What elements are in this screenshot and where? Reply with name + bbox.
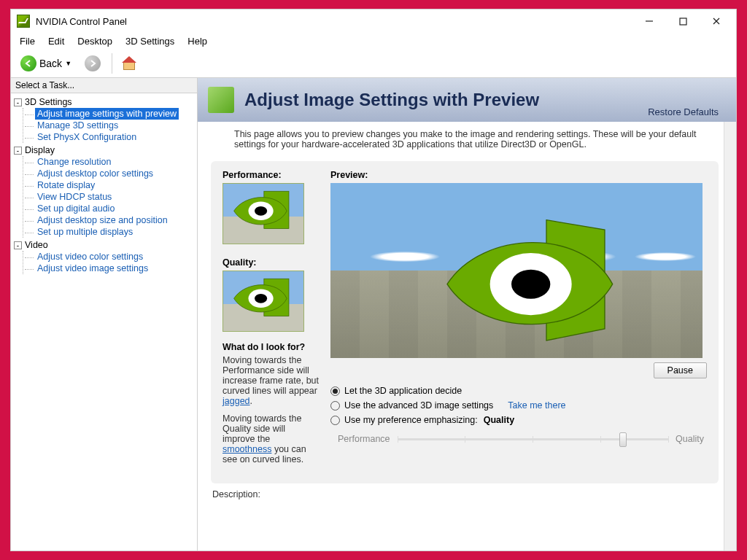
tree-item[interactable]: Adjust video image settings: [35, 262, 150, 274]
slider-track[interactable]: [398, 438, 669, 440]
toolbar: Back ▼: [11, 49, 736, 78]
tree-item[interactable]: Set up multiple displays: [35, 226, 135, 238]
quality-label: Quality:: [222, 257, 319, 268]
window-frame: NVIDIA Control Panel File Edit Desktop 3…: [10, 9, 737, 551]
option-app-decide[interactable]: Let the 3D application decide: [330, 386, 707, 396]
whatfor-heading: What do I look for?: [222, 342, 319, 352]
tree-item[interactable]: Adjust image settings with preview: [35, 108, 179, 120]
forward-arrow-icon: [85, 55, 101, 71]
menu-edit[interactable]: Edit: [42, 34, 70, 48]
menu-3d-settings[interactable]: 3D Settings: [120, 34, 180, 48]
task-tree: -3D SettingsAdjust image settings with p…: [11, 93, 197, 279]
svg-point-9: [255, 294, 267, 303]
home-button[interactable]: [118, 54, 142, 73]
sidebar: Select a Task... -3D SettingsAdjust imag…: [11, 78, 198, 551]
main-panel: Adjust Image Settings with Preview Resto…: [198, 78, 736, 551]
tree-item[interactable]: Adjust video color settings: [35, 251, 145, 262]
restore-defaults-link[interactable]: Restore Defaults: [648, 106, 719, 117]
menu-desktop[interactable]: Desktop: [71, 34, 118, 48]
take-me-there-link[interactable]: Take me there: [508, 400, 565, 411]
close-button[interactable]: [700, 11, 733, 31]
menubar: File Edit Desktop 3D Settings Help: [11, 33, 736, 49]
tree-category[interactable]: Video: [25, 240, 48, 250]
maximize-button[interactable]: [666, 11, 700, 31]
svg-point-12: [511, 270, 550, 299]
slider-left-label: Performance: [338, 434, 390, 444]
radio-icon: [330, 401, 340, 411]
page-header-icon: [208, 87, 234, 113]
slider-right-label: Quality: [676, 434, 704, 444]
tree-category[interactable]: 3D Settings: [25, 97, 72, 107]
tree-item[interactable]: Set up digital audio: [35, 203, 117, 214]
right-column: Preview: Pause: [330, 168, 707, 472]
tree-item[interactable]: Adjust desktop size and position: [35, 214, 170, 226]
preference-slider[interactable]: Performance Quality: [338, 434, 704, 444]
radio-icon: [330, 416, 340, 425]
scrollbar[interactable]: [724, 78, 736, 551]
sidebar-title: Select a Task...: [11, 78, 197, 93]
tree-item[interactable]: View HDCP status: [35, 191, 114, 203]
page-title: Adjust Image Settings with Preview: [244, 90, 539, 110]
what-do-i-look-for: What do I look for? Moving towards the P…: [222, 342, 319, 464]
menu-help[interactable]: Help: [182, 34, 213, 48]
back-label: Back: [39, 58, 62, 69]
svg-point-6: [255, 206, 267, 216]
home-icon: [123, 58, 136, 69]
tree-item[interactable]: Set PhysX Configuration: [35, 131, 139, 143]
nvidia-icon: [17, 15, 30, 28]
whatfor-p2: Moving towards the Quality side will imp…: [222, 413, 319, 464]
back-arrow-icon: [20, 55, 36, 71]
menu-file[interactable]: File: [14, 34, 41, 48]
performance-preview: [222, 183, 304, 244]
pause-row: Pause: [330, 362, 707, 378]
option-my-preference[interactable]: Use my preference emphasizing: Quality: [330, 415, 707, 425]
svg-rect-1: [680, 18, 686, 25]
tree-item[interactable]: Change resolution: [35, 156, 113, 168]
window-title: NVIDIA Control Panel: [36, 16, 127, 27]
tree-category[interactable]: Display: [25, 145, 55, 155]
settings-panel: Performance: Quality:: [211, 161, 719, 483]
description-label: Description:: [212, 489, 736, 499]
minimize-icon: [645, 17, 654, 26]
jagged-link[interactable]: jagged: [222, 396, 250, 406]
preview-label: Preview:: [330, 170, 707, 180]
smoothness-link[interactable]: smoothness: [222, 444, 271, 454]
back-button[interactable]: Back ▼: [15, 52, 77, 75]
performance-label: Performance:: [222, 170, 319, 180]
left-column: Performance: Quality:: [222, 168, 319, 472]
minimize-button[interactable]: [632, 11, 666, 31]
preference-options: Let the 3D application decide Use the ad…: [330, 386, 707, 425]
quality-preview: [222, 271, 304, 332]
preview-viewport: [330, 183, 703, 358]
page-intro: This page allows you to preview changes …: [198, 122, 736, 157]
radio-icon: [330, 386, 340, 396]
slider-thumb[interactable]: [619, 432, 627, 447]
whatfor-p1: Moving towards the Performance side will…: [222, 355, 319, 406]
titlebar[interactable]: NVIDIA Control Panel: [11, 9, 736, 33]
page-header: Adjust Image Settings with Preview Resto…: [198, 78, 736, 122]
forward-button[interactable]: [80, 52, 106, 75]
window-controls: [632, 11, 733, 31]
pause-button[interactable]: Pause: [654, 362, 707, 378]
tree-item[interactable]: Adjust desktop color settings: [35, 168, 155, 179]
maximize-icon: [679, 18, 687, 26]
tree-toggle[interactable]: -: [14, 147, 22, 155]
tree-toggle[interactable]: -: [14, 241, 22, 249]
toolbar-separator: [112, 53, 112, 74]
chevron-down-icon: ▼: [65, 60, 71, 67]
workarea: Select a Task... -3D SettingsAdjust imag…: [11, 78, 736, 551]
tree-item[interactable]: Manage 3D settings: [35, 120, 120, 131]
tree-toggle[interactable]: -: [14, 98, 22, 106]
close-icon: [712, 17, 721, 26]
option-advanced-settings[interactable]: Use the advanced 3D image settings Take …: [330, 400, 707, 411]
tree-item[interactable]: Rotate display: [35, 179, 97, 191]
